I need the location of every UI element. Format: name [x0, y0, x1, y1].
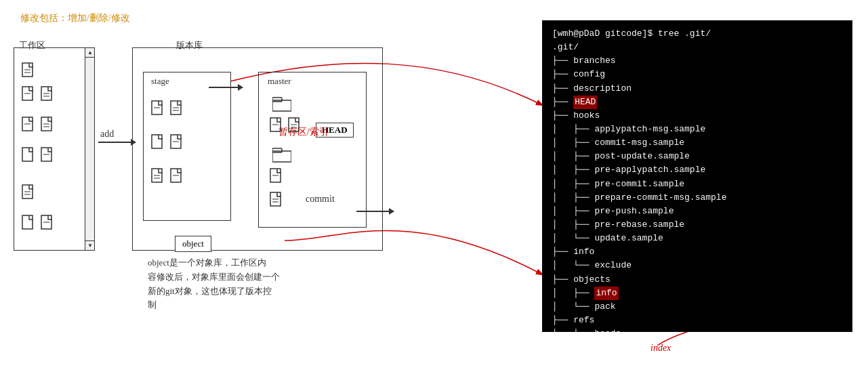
- master-folder-1: [272, 96, 291, 115]
- terminal-line-13: │ ├── pre-push.sample: [552, 205, 842, 218]
- terminal-line-19: │ ├── info: [552, 287, 842, 300]
- terminal-line-12: │ ├── prepare-commit-msg.sample: [552, 191, 842, 205]
- terminal-line-7: │ ├── applypatch-msg.sample: [552, 123, 842, 136]
- stage-file-3: [150, 133, 165, 154]
- master-label: master: [266, 76, 293, 87]
- file-icon-10: [40, 214, 55, 234]
- terminal-line-23: │ └── tags: [552, 341, 842, 354]
- file-icon-2: [21, 85, 36, 106]
- commit-label: commit: [306, 194, 335, 205]
- terminal-line-3: ├── config: [552, 68, 842, 81]
- terminal-line-21: ├── refs: [552, 314, 842, 327]
- head-arrow: [209, 87, 243, 88]
- diagram-area: 修改包括：增加/删除/修改 ▲ ▼: [0, 0, 535, 378]
- terminal-line-2: ├── branches: [552, 54, 842, 68]
- terminal-line-4: ├── description: [552, 82, 842, 96]
- objects-info-highlight: info: [594, 287, 618, 300]
- file-icon-3: [40, 85, 55, 106]
- desc-line3: 新的git对象，这也体现了版本控: [148, 286, 272, 296]
- index-label: index: [650, 343, 671, 354]
- stage-file-4: [169, 133, 184, 154]
- work-area-box: ▲ ▼: [14, 47, 95, 251]
- terminal-line-14: │ ├── pre-rebase.sample: [552, 218, 842, 232]
- terminal-line-15: │ └── update.sample: [552, 232, 842, 245]
- head-highlight: HEAD: [573, 96, 597, 109]
- terminal-line-8: │ ├── commit-msg.sample: [552, 136, 842, 150]
- terminal-line-18: ├── objects: [552, 273, 842, 287]
- svg-rect-27: [152, 135, 162, 148]
- stage-label: stage: [149, 76, 171, 87]
- file-icon-5: [40, 116, 55, 136]
- stage-file-1: [150, 100, 165, 120]
- terminal-line-1: .git/: [552, 41, 842, 54]
- commit-arrow: [356, 211, 394, 212]
- terminal-line-22: │ ├── heads: [552, 327, 842, 341]
- svg-rect-19: [22, 215, 33, 229]
- terminal-line-0: [wmh@pDaD gitcode]$ tree .git/: [552, 27, 842, 41]
- file-icon-8: [21, 184, 36, 204]
- stage-box: stage: [143, 72, 231, 221]
- svg-rect-36: [272, 98, 282, 102]
- add-label: add: [100, 129, 114, 140]
- master-file-1: [269, 117, 284, 137]
- master-file-2: [287, 117, 302, 137]
- terminal-line-11: │ ├── pre-commit.sample: [552, 177, 842, 191]
- terminal-area: [wmh@pDaD gitcode]$ tree .git/ .git/ ├──…: [542, 20, 852, 332]
- stage-file-6: [169, 167, 184, 188]
- top-label: 修改包括：增加/删除/修改: [20, 12, 130, 24]
- terminal-line-9: │ ├── post-update.sample: [552, 150, 842, 163]
- terminal-line-16: ├── info: [552, 245, 842, 259]
- add-arrow: [98, 142, 136, 143]
- scroll-up-icon[interactable]: ▲: [85, 48, 95, 58]
- desc-line4: 制: [148, 299, 157, 310]
- scroll-down-icon[interactable]: ▼: [85, 240, 95, 250]
- file-icon-7: [40, 146, 55, 167]
- master-folder-2: [272, 147, 291, 166]
- repo-label: 版本库: [176, 39, 203, 51]
- desc-line2: 容修改后，对象库里面会创建一个: [148, 272, 280, 282]
- work-area-label: 工作区: [19, 39, 45, 51]
- description-text: object是一个对象库，工作区内 容修改后，对象库里面会创建一个 新的git对…: [148, 256, 280, 312]
- terminal-line-6: ├── hooks: [552, 109, 842, 123]
- terminal-line-17: │ └── exclude: [552, 259, 842, 272]
- master-file-4: [269, 191, 284, 211]
- repo-area-box: HEAD 暂存区/索引 stage: [132, 47, 383, 251]
- stage-file-5: [150, 167, 165, 188]
- file-icon-9: [21, 214, 36, 234]
- terminal-line-20: │ └── pack: [552, 300, 842, 314]
- file-icon-1: [21, 62, 36, 82]
- desc-line1: object是一个对象库，工作区内: [148, 257, 266, 268]
- object-box: object: [175, 236, 211, 252]
- terminal-line-5: ├── HEAD: [552, 96, 842, 109]
- svg-rect-13: [22, 148, 33, 161]
- master-file-3: [269, 167, 284, 188]
- scrollbar[interactable]: ▲ ▼: [85, 48, 94, 250]
- terminal-line-10: │ ├── pre-applypatch.sample: [552, 163, 842, 177]
- file-icon-6: [21, 146, 36, 167]
- stage-file-2: [169, 100, 184, 120]
- svg-rect-43: [272, 148, 282, 152]
- file-icon-4: [21, 116, 36, 136]
